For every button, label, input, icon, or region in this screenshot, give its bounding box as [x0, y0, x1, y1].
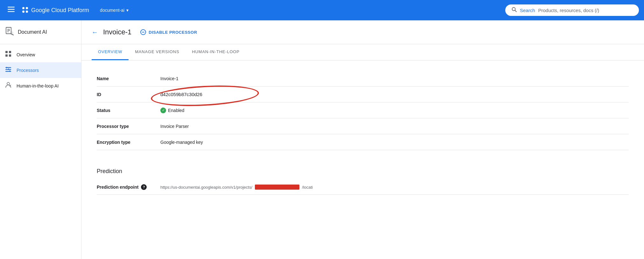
encryption-type-value: Google-managed key [160, 140, 629, 145]
tabs-bar: OVERVIEW MANAGE VERSIONS HUMAN-IN-THE-LO… [81, 44, 644, 60]
redacted-project-id [255, 185, 299, 190]
processors-icon [5, 66, 11, 74]
sidebar-title: Document AI [18, 29, 47, 35]
detail-row-processor-type: Processor type Invoice Parser [97, 118, 629, 134]
back-button[interactable]: ← [92, 29, 98, 36]
svg-line-4 [515, 10, 517, 12]
main-content: ← Invoice-1 DISABLE PROCESSOR OVERVIEW M… [81, 20, 644, 259]
sidebar-item-overview-label: Overview [17, 52, 35, 57]
id-text: d42c059b87c30d26 [160, 92, 202, 97]
svg-point-21 [7, 82, 10, 85]
page-title: Invoice-1 [103, 28, 131, 36]
id-label: ID [97, 92, 160, 97]
svg-rect-19 [8, 68, 9, 70]
page-header: ← Invoice-1 DISABLE PROCESSOR [81, 20, 644, 44]
sidebar-nav: Overview Processors [0, 44, 81, 96]
svg-rect-11 [5, 51, 8, 53]
svg-rect-1 [8, 9, 15, 10]
sidebar: Document AI Overview [0, 20, 81, 259]
id-circle-annotation: d42c059b87c30d26 [160, 92, 202, 97]
name-label: Name [97, 76, 160, 81]
svg-rect-2 [8, 11, 15, 12]
prediction-endpoint-row: Prediction endpoint ? https://us-documen… [97, 180, 629, 195]
sidebar-item-hitl[interactable]: Human-in-the-loop AI [0, 78, 81, 94]
status-text: Enabled [168, 108, 184, 113]
encryption-type-label: Encryption type [97, 140, 160, 145]
hitl-icon [5, 82, 11, 90]
svg-rect-18 [6, 67, 7, 68]
detail-row-status: Status ✓ Enabled [97, 102, 629, 118]
tab-overview[interactable]: OVERVIEW [92, 44, 129, 60]
endpoint-prefix: https://us-documentai.googleapis.com/v1/… [160, 185, 252, 190]
processor-type-label: Processor type [97, 124, 160, 129]
search-label: Search [520, 8, 535, 13]
details-section: Name Invoice-1 ID d42c059b87c30d26 Statu… [81, 60, 644, 160]
detail-row-name: Name Invoice-1 [97, 71, 629, 87]
search-bar[interactable]: Search Products, resources, docs (/) [505, 4, 639, 16]
svg-rect-0 [8, 7, 15, 8]
name-value: Invoice-1 [160, 76, 629, 81]
sidebar-item-processors[interactable]: Processors [0, 62, 81, 78]
overview-icon [5, 51, 11, 59]
prediction-section: Prediction Prediction endpoint ? https:/… [81, 160, 644, 205]
disable-icon [140, 29, 146, 35]
svg-rect-13 [5, 54, 8, 57]
prediction-endpoint-label: Prediction endpoint ? [97, 184, 160, 190]
status-value: ✓ Enabled [160, 108, 629, 113]
svg-rect-17 [5, 71, 11, 72]
prediction-title: Prediction [97, 168, 629, 175]
sidebar-header: Document AI [0, 20, 81, 44]
google-cloud-logo-icon [22, 7, 29, 13]
search-icon [512, 7, 517, 13]
app-title: Google Cloud Platform [31, 7, 89, 14]
svg-rect-20 [10, 70, 10, 72]
svg-rect-12 [9, 51, 11, 53]
hamburger-menu[interactable] [5, 3, 17, 17]
detail-row-encryption-type: Encryption type Google-managed key [97, 134, 629, 150]
svg-rect-15 [5, 67, 11, 68]
sidebar-item-processors-label: Processors [17, 68, 39, 73]
search-hint: Products, resources, docs (/) [538, 8, 599, 13]
project-name: document-ai [100, 8, 124, 13]
dropdown-icon: ▾ [126, 8, 129, 13]
tab-manage-versions[interactable]: MANAGE VERSIONS [129, 44, 186, 60]
status-dot-icon: ✓ [160, 108, 166, 113]
endpoint-suffix: /locati [302, 185, 313, 190]
app-logo: Google Cloud Platform [22, 7, 89, 14]
project-selector[interactable]: document-ai ▾ [97, 6, 132, 15]
sidebar-item-overview[interactable]: Overview [0, 47, 81, 62]
tab-hitl[interactable]: HUMAN-IN-THE-LOOP [186, 44, 246, 60]
status-label: Status [97, 108, 160, 113]
status-enabled: ✓ Enabled [160, 108, 629, 113]
processor-type-value: Invoice Parser [160, 124, 629, 129]
help-icon[interactable]: ? [141, 184, 147, 190]
disable-processor-button[interactable]: DISABLE PROCESSOR [136, 27, 201, 38]
sidebar-item-hitl-label: Human-in-the-loop AI [17, 83, 59, 88]
navbar: Google Cloud Platform document-ai ▾ Sear… [0, 0, 644, 20]
detail-row-id: ID d42c059b87c30d26 [97, 87, 629, 102]
disable-btn-label: DISABLE PROCESSOR [149, 30, 197, 35]
id-value: d42c059b87c30d26 [160, 92, 629, 97]
svg-rect-14 [9, 54, 11, 57]
document-ai-icon [5, 27, 14, 38]
prediction-endpoint-value: https://us-documentai.googleapis.com/v1/… [160, 185, 629, 190]
